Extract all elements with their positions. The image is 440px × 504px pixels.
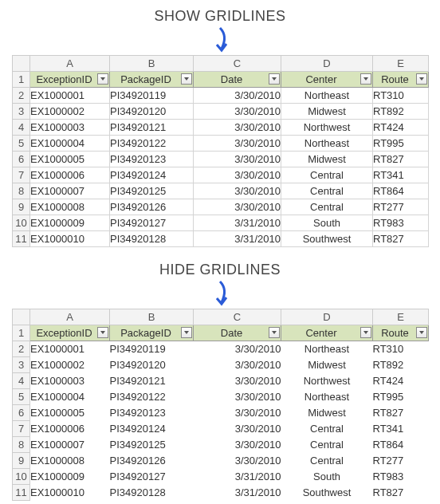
- cell-packageId[interactable]: PI34920120: [110, 104, 194, 120]
- cell-date[interactable]: 3/30/2010: [194, 199, 281, 215]
- cell-date[interactable]: 3/30/2010: [194, 421, 281, 437]
- row-header-11[interactable]: 11: [13, 231, 30, 247]
- select-all-corner[interactable]: [13, 56, 30, 72]
- cell-center[interactable]: Northeast: [281, 389, 373, 405]
- cell-route[interactable]: RT983: [373, 215, 429, 231]
- cell-exceptionId[interactable]: EX1000008: [30, 199, 110, 215]
- cell-route[interactable]: RT827: [373, 405, 429, 421]
- cell-date[interactable]: 3/30/2010: [194, 88, 281, 104]
- cell-exceptionId[interactable]: EX1000006: [30, 421, 110, 437]
- cell-center[interactable]: Southwest: [281, 485, 373, 501]
- cell-exceptionId[interactable]: EX1000010: [30, 485, 110, 501]
- row-header-2[interactable]: 2: [13, 88, 30, 104]
- cell-center[interactable]: Northeast: [281, 136, 373, 152]
- col-header-a[interactable]: A: [30, 56, 110, 72]
- cell-route[interactable]: RT341: [373, 167, 429, 183]
- cell-packageId[interactable]: PI34920122: [110, 389, 194, 405]
- cell-exceptionId[interactable]: EX1000008: [30, 453, 110, 469]
- cell-route[interactable]: RT995: [373, 136, 429, 152]
- cell-date[interactable]: 3/30/2010: [194, 405, 281, 421]
- cell-date[interactable]: 3/30/2010: [194, 136, 281, 152]
- col-header-e[interactable]: E: [373, 309, 429, 325]
- row-header-10[interactable]: 10: [13, 215, 30, 231]
- cell-center[interactable]: Central: [281, 437, 373, 453]
- cell-packageId[interactable]: PI34920122: [110, 136, 194, 152]
- row-header-4[interactable]: 4: [13, 120, 30, 136]
- cell-center[interactable]: Midwest: [281, 152, 373, 167]
- cell-exceptionId[interactable]: EX1000009: [30, 215, 110, 231]
- cell-route[interactable]: RT892: [373, 104, 429, 120]
- row-header-3[interactable]: 3: [13, 357, 30, 373]
- cell-packageId[interactable]: PI34920125: [110, 437, 194, 453]
- cell-packageId[interactable]: PI34920123: [110, 152, 194, 167]
- cell-exceptionId[interactable]: EX1000005: [30, 152, 110, 167]
- cell-packageId[interactable]: PI34920121: [110, 120, 194, 136]
- cell-exceptionId[interactable]: EX1000005: [30, 405, 110, 421]
- row-header-11[interactable]: 11: [13, 485, 30, 501]
- cell-center[interactable]: Northeast: [281, 341, 373, 357]
- cell-packageId[interactable]: PI34920119: [110, 88, 194, 104]
- cell-packageId[interactable]: PI34920127: [110, 469, 194, 485]
- cell-packageId[interactable]: PI34920128: [110, 231, 194, 247]
- cell-exceptionId[interactable]: EX1000004: [30, 389, 110, 405]
- cell-date[interactable]: 3/30/2010: [194, 152, 281, 167]
- col-header-d[interactable]: D: [281, 56, 373, 72]
- cell-center[interactable]: Southwest: [281, 231, 373, 247]
- col-header-d[interactable]: D: [281, 309, 373, 325]
- cell-center[interactable]: Central: [281, 421, 373, 437]
- row-header-6[interactable]: 6: [13, 405, 30, 421]
- cell-packageId[interactable]: PI34920126: [110, 453, 194, 469]
- cell-exceptionId[interactable]: EX1000003: [30, 120, 110, 136]
- row-header-5[interactable]: 5: [13, 389, 30, 405]
- cell-center[interactable]: Midwest: [281, 405, 373, 421]
- cell-date[interactable]: 3/30/2010: [194, 437, 281, 453]
- cell-date[interactable]: 3/30/2010: [194, 357, 281, 373]
- row-header-6[interactable]: 6: [13, 152, 30, 167]
- cell-date[interactable]: 3/31/2010: [194, 231, 281, 247]
- cell-date[interactable]: 3/30/2010: [194, 167, 281, 183]
- filter-dropdown-icon[interactable]: [181, 73, 192, 85]
- cell-route[interactable]: RT341: [373, 421, 429, 437]
- row-header-7[interactable]: 7: [13, 421, 30, 437]
- cell-route[interactable]: RT827: [373, 152, 429, 167]
- row-header-1[interactable]: 1: [13, 325, 30, 341]
- cell-date[interactable]: 3/30/2010: [194, 120, 281, 136]
- row-header-9[interactable]: 9: [13, 453, 30, 469]
- row-header-2[interactable]: 2: [13, 341, 30, 357]
- row-header-7[interactable]: 7: [13, 167, 30, 183]
- cell-route[interactable]: RT864: [373, 437, 429, 453]
- filter-dropdown-icon[interactable]: [416, 327, 427, 338]
- row-header-10[interactable]: 10: [13, 469, 30, 485]
- cell-route[interactable]: RT892: [373, 357, 429, 373]
- filter-dropdown-icon[interactable]: [269, 327, 280, 338]
- cell-date[interactable]: 3/31/2010: [194, 485, 281, 501]
- row-header-4[interactable]: 4: [13, 373, 30, 389]
- cell-route[interactable]: RT827: [373, 231, 429, 247]
- row-header-8[interactable]: 8: [13, 183, 30, 199]
- cell-exceptionId[interactable]: EX1000007: [30, 183, 110, 199]
- cell-exceptionId[interactable]: EX1000004: [30, 136, 110, 152]
- cell-date[interactable]: 3/30/2010: [194, 389, 281, 405]
- cell-center[interactable]: South: [281, 215, 373, 231]
- cell-center[interactable]: Central: [281, 183, 373, 199]
- cell-exceptionId[interactable]: EX1000009: [30, 469, 110, 485]
- cell-packageId[interactable]: PI34920124: [110, 167, 194, 183]
- row-header-3[interactable]: 3: [13, 104, 30, 120]
- cell-packageId[interactable]: PI34920128: [110, 485, 194, 501]
- filter-dropdown-icon[interactable]: [360, 73, 371, 85]
- cell-date[interactable]: 3/30/2010: [194, 341, 281, 357]
- cell-exceptionId[interactable]: EX1000010: [30, 231, 110, 247]
- row-header-1[interactable]: 1: [13, 72, 30, 88]
- cell-center[interactable]: South: [281, 469, 373, 485]
- col-header-a[interactable]: A: [30, 309, 110, 325]
- row-header-5[interactable]: 5: [13, 136, 30, 152]
- cell-exceptionId[interactable]: EX1000002: [30, 104, 110, 120]
- cell-route[interactable]: RT310: [373, 88, 429, 104]
- col-header-e[interactable]: E: [373, 56, 429, 72]
- cell-date[interactable]: 3/31/2010: [194, 469, 281, 485]
- cell-route[interactable]: RT864: [373, 183, 429, 199]
- col-header-b[interactable]: B: [110, 56, 194, 72]
- cell-center[interactable]: Central: [281, 167, 373, 183]
- cell-route[interactable]: RT310: [373, 341, 429, 357]
- select-all-corner[interactable]: [13, 309, 30, 325]
